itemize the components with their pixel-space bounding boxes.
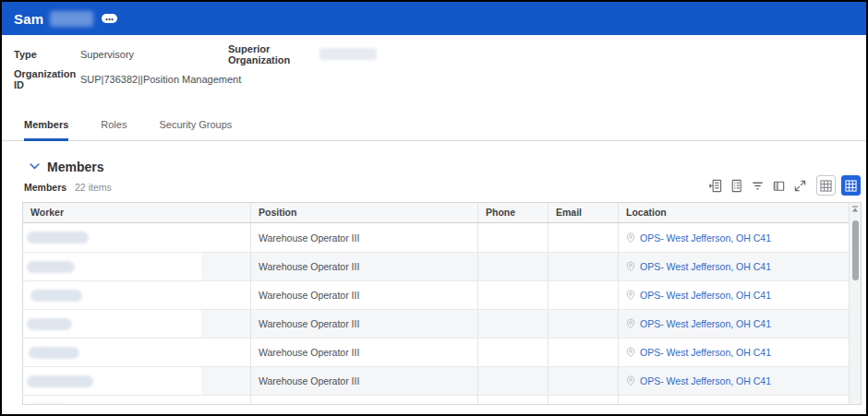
column-header-phone[interactable]: Phone [478, 203, 549, 222]
app-window: Sam ••• Type Supervisory Superior Organi… [0, 0, 868, 416]
email-cell [549, 281, 619, 309]
column-header-worker[interactable]: Worker [23, 203, 251, 222]
tab-members[interactable]: Members [24, 119, 68, 141]
tab-bar: Members Roles Security Groups [2, 119, 866, 141]
worker-cell[interactable] [23, 396, 251, 405]
phone-cell [478, 367, 549, 395]
table-row[interactable]: Warehouse Operator III OPS- West Jeffers… [23, 309, 861, 338]
redacted-worker-name [30, 290, 82, 302]
email-cell [549, 396, 619, 405]
grid-view-selected-icon[interactable] [841, 175, 861, 196]
position-cell: Warehouse Operator III [251, 396, 478, 405]
redacted-worker-name [27, 232, 89, 244]
vertical-scrollbar[interactable] [849, 203, 861, 404]
worker-cell[interactable] [23, 223, 251, 252]
worker-cell[interactable] [23, 281, 251, 309]
position-cell: Warehouse Operator III [251, 223, 478, 252]
page-banner: Sam ••• [2, 2, 866, 35]
freeze-columns-icon[interactable] [771, 178, 786, 193]
meta-row-1: Type Supervisory Superior Organization [14, 48, 866, 60]
phone-cell [478, 339, 549, 366]
redacted-worker-name [27, 261, 75, 273]
map-pin-icon [626, 290, 635, 301]
position-cell: Warehouse Operator III [251, 310, 478, 338]
location-cell: OPS- West Jefferson, OH C41 [619, 223, 861, 252]
map-pin-icon [626, 404, 635, 405]
location-link[interactable]: OPS- West Jefferson, OH C41 [640, 261, 771, 272]
position-cell: Warehouse Operator III [251, 367, 478, 395]
table-row[interactable]: Warehouse Operator III OPS- West Jeffers… [23, 366, 861, 395]
table-row[interactable]: Warehouse Operator III OPS- West Jeffers… [23, 395, 861, 405]
view-toggle-group [816, 175, 861, 196]
phone-cell [478, 281, 549, 309]
location-link[interactable]: OPS- West Jefferson, OH C41 [640, 290, 771, 301]
map-pin-icon [626, 347, 635, 358]
map-pin-icon [626, 318, 635, 329]
phone-cell [478, 310, 549, 338]
location-link[interactable]: OPS- West Jefferson, OH C41 [640, 318, 771, 329]
table-row[interactable]: Warehouse Operator III OPS- West Jeffers… [23, 338, 861, 366]
worker-cell[interactable] [23, 367, 251, 395]
scroll-to-top-icon[interactable] [850, 203, 861, 216]
worker-cell[interactable] [23, 310, 251, 338]
map-pin-icon [626, 232, 635, 244]
column-header-position[interactable]: Position [251, 203, 478, 222]
position-cell: Warehouse Operator III [251, 253, 478, 280]
email-cell [549, 339, 619, 366]
redacted-title-text [50, 11, 93, 27]
location-link[interactable]: OPS- West Jefferson, OH C41 [640, 404, 771, 405]
email-cell [549, 367, 619, 395]
location-link[interactable]: OPS- West Jefferson, OH C41 [640, 232, 771, 244]
expand-table-icon[interactable] [792, 178, 807, 193]
location-link[interactable]: OPS- West Jefferson, OH C41 [640, 375, 771, 386]
position-cell: Warehouse Operator III [251, 281, 478, 309]
worker-cell[interactable] [23, 339, 251, 366]
location-link[interactable]: OPS- West Jefferson, OH C41 [640, 347, 771, 358]
page-title: Sam [14, 11, 43, 27]
position-cell: Warehouse Operator III [251, 339, 478, 366]
column-header-location[interactable]: Location [619, 203, 861, 222]
worker-cell[interactable] [23, 253, 251, 280]
table-header: Worker Position Phone Email Location [23, 203, 861, 223]
grid-caption-label: Members [24, 182, 66, 193]
meta-row-2: Organization ID SUP|736382||Position Man… [14, 73, 866, 85]
org-summary: Type Supervisory Superior Organization O… [2, 35, 866, 85]
grid-item-count: 22 items [75, 182, 112, 193]
chevron-down-icon [30, 163, 40, 170]
table-row[interactable]: Warehouse Operator III OPS- West Jeffers… [23, 223, 861, 252]
location-cell: OPS- West Jefferson, OH C41 [619, 396, 861, 405]
redacted-worker-name [27, 318, 72, 330]
column-header-email[interactable]: Email [549, 203, 619, 222]
location-cell: OPS- West Jefferson, OH C41 [619, 310, 861, 338]
section-title: Members [47, 160, 103, 174]
grid-caption: Members 22 items [24, 182, 112, 196]
filter-icon[interactable] [750, 178, 765, 193]
location-cell: OPS- West Jefferson, OH C41 [619, 281, 861, 309]
redacted-worker-name [27, 375, 93, 387]
organization-id-value: SUP|736382||Position Management [80, 74, 241, 85]
related-actions-button[interactable]: ••• [102, 14, 117, 23]
type-label: Type [14, 49, 80, 60]
table-body: Warehouse Operator III OPS- West Jeffers… [23, 223, 861, 405]
grid-toolbar-row: Members 22 items [24, 173, 861, 196]
location-cell: OPS- West Jefferson, OH C41 [619, 367, 861, 395]
phone-cell [478, 223, 549, 252]
members-section-header[interactable]: Members [30, 160, 866, 173]
map-pin-icon [626, 375, 635, 386]
phone-cell [478, 253, 549, 280]
redacted-superior-organization-value [319, 48, 377, 60]
export-document-icon[interactable] [729, 178, 743, 193]
superior-organization-label: Superior Organization [228, 43, 313, 65]
location-cell: OPS- West Jefferson, OH C41 [619, 339, 861, 366]
table-row[interactable]: Warehouse Operator III OPS- West Jeffers… [23, 252, 861, 280]
type-value: Supervisory [80, 49, 228, 60]
table-row[interactable]: Warehouse Operator III OPS- West Jeffers… [23, 280, 861, 309]
email-cell [549, 253, 619, 280]
tab-security-groups[interactable]: Security Groups [159, 119, 232, 141]
grid-toolbar [707, 175, 861, 196]
tab-roles[interactable]: Roles [101, 119, 127, 141]
export-to-excel-icon[interactable] [707, 178, 722, 193]
scrollbar-thumb[interactable] [852, 220, 859, 280]
members-table: Worker Position Phone Email Location War… [22, 202, 862, 405]
grid-view-icon[interactable] [816, 175, 836, 196]
